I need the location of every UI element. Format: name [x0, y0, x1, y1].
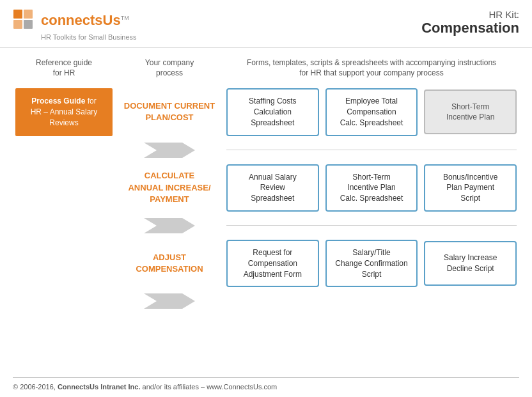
card-2-3[interactable]: Bonus/IncentivePlan PaymentScript [424, 164, 517, 212]
divider-1-2 [13, 141, 519, 159]
ref-spacer-2 [13, 159, 115, 217]
kit-name: Compensation [421, 20, 519, 36]
svg-marker-4 [144, 143, 195, 158]
chevron-arrow-3 [144, 293, 195, 309]
process-text-1: DOCUMENT CURRENTPLAN/COST [119, 95, 220, 128]
card-1-3[interactable]: Short-TermIncentive Plan [424, 90, 517, 134]
card-1-1[interactable]: Staffing CostsCalculationSpreadsheet [226, 88, 319, 136]
col-header-forms: Forms, templates, scripts & spreadsheets… [224, 58, 519, 78]
col-header-ref: Reference guidefor HR [13, 58, 115, 78]
footer-rest: and/or its affiliates – www.ConnectsUs.c… [140, 383, 277, 391]
ref-guide-col: Process Guide forHR – Annual SalaryRevie… [13, 83, 115, 141]
process-row-3: ADJUSTCOMPENSATION Request forCompensati… [13, 235, 519, 292]
footer: © 2006-2016, ConnectsUs Intranet Inc. an… [13, 377, 519, 391]
cards-row-3: Request forCompensationAdjustment Form S… [224, 235, 519, 292]
svg-rect-0 [13, 10, 22, 19]
cards-row-1: Staffing CostsCalculationSpreadsheet Emp… [224, 83, 519, 141]
footer-company: ConnectsUs Intranet Inc. [58, 383, 141, 391]
card-2-1[interactable]: Annual SalaryReviewSpreadsheet [226, 164, 319, 212]
content-grid: Process Guide forHR – Annual SalaryRevie… [13, 83, 519, 310]
logo-area: connectsUsTM HR Toolkits for Small Busin… [13, 9, 137, 41]
logo-text: connectsUsTM [41, 12, 129, 29]
ref-spacer-3 [13, 235, 115, 292]
logo-top: connectsUsTM [13, 9, 137, 32]
footer-copyright: © 2006-2016, [13, 383, 58, 391]
svg-rect-1 [24, 10, 33, 19]
reference-guide-box: Process Guide forHR – Annual SalaryRevie… [15, 88, 113, 136]
process-text-2: CALCULATEANNUAL INCREASE/PAYMENT [123, 165, 215, 210]
card-3-2[interactable]: Salary/TitleChange ConfirmationScript [325, 240, 418, 287]
footer-text: © 2006-2016, ConnectsUs Intranet Inc. an… [13, 383, 277, 391]
card-3-3[interactable]: Salary IncreaseDecline Script [424, 241, 517, 286]
logo-subtitle: HR Toolkits for Small Business [41, 33, 137, 41]
chevron-2 [115, 217, 224, 235]
ref-bold: Process Guide [31, 97, 85, 105]
logo-icon [13, 9, 36, 32]
col-header-process: Your companyprocess [115, 58, 224, 78]
header: connectsUsTM HR Toolkits for Small Busin… [0, 0, 532, 48]
card-1-2[interactable]: Employee TotalCompensationCalc. Spreadsh… [325, 88, 418, 136]
cards-row-2: Annual SalaryReviewSpreadsheet Short-Ter… [224, 159, 519, 217]
column-headers: Reference guidefor HR Your companyproces… [13, 58, 519, 78]
process-row-1: Process Guide forHR – Annual SalaryRevie… [13, 83, 519, 141]
svg-rect-3 [24, 20, 33, 29]
logo-brand: connectsUs [41, 12, 121, 28]
final-chevron-row [13, 292, 519, 310]
process-label-2: CALCULATEANNUAL INCREASE/PAYMENT [115, 159, 224, 217]
process-text-3: ADJUSTCOMPENSATION [130, 247, 208, 280]
divider-2-3 [13, 217, 519, 235]
chevron-1 [115, 141, 224, 159]
process-label-1: DOCUMENT CURRENTPLAN/COST [115, 83, 224, 141]
svg-marker-5 [144, 218, 195, 233]
kit-label: HR Kit: [421, 9, 519, 20]
chevron-3 [115, 292, 224, 310]
logo-tm: TM [121, 15, 129, 21]
divider-line-2 [226, 225, 517, 226]
divider-line-1 [226, 150, 517, 150]
svg-rect-2 [13, 20, 22, 29]
card-2-2[interactable]: Short-TermIncentive PlanCalc. Spreadshee… [325, 164, 418, 212]
main-content: Reference guidefor HR Your companyproces… [0, 48, 532, 316]
process-label-3: ADJUSTCOMPENSATION [115, 235, 224, 292]
svg-marker-6 [144, 293, 195, 309]
chevron-arrow-1 [144, 143, 195, 158]
card-3-1[interactable]: Request forCompensationAdjustment Form [226, 240, 319, 287]
chevron-arrow-2 [144, 218, 195, 233]
header-title: HR Kit: Compensation [421, 9, 519, 36]
process-row-2: CALCULATEANNUAL INCREASE/PAYMENT Annual … [13, 159, 519, 217]
